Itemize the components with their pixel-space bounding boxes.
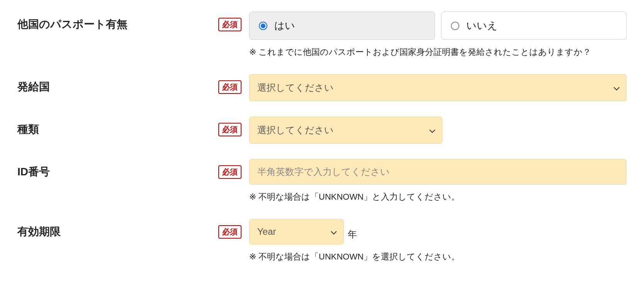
asterisk-icon: ※ bbox=[249, 192, 256, 202]
label-col: 発給国 必須 bbox=[17, 74, 249, 94]
asterisk-icon: ※ bbox=[249, 47, 256, 57]
radio-icon bbox=[451, 22, 459, 30]
help-id-number: ※不明な場合は「UNKNOWN」と入力してください。 bbox=[249, 190, 627, 204]
required-tag: 必須 bbox=[218, 18, 241, 31]
label-other-passport: 他国のパスポート有無 bbox=[17, 17, 127, 32]
input-col: ※不明な場合は「UNKNOWN」と入力してください。 bbox=[249, 159, 627, 204]
required-tag: 必須 bbox=[218, 225, 241, 239]
input-col: はい いいえ ※これまでに他国のパスポートおよび国家身分証明書を発給されたことは… bbox=[249, 12, 627, 59]
label-issuing-country: 発給国 bbox=[17, 80, 50, 94]
help-other-passport: ※これまでに他国のパスポートおよび国家身分証明書を発給されたことはありますか？ bbox=[249, 45, 627, 59]
input-col: 選択してください bbox=[249, 117, 627, 144]
radio-label-yes: はい bbox=[274, 19, 295, 32]
help-text-content: 不明な場合は「UNKNOWN」と入力してください。 bbox=[258, 192, 460, 202]
issuing-country-select-wrap: 選択してください bbox=[249, 74, 627, 101]
doc-type-select[interactable]: 選択してください bbox=[249, 117, 442, 144]
row-issuing-country: 発給国 必須 選択してください bbox=[17, 74, 627, 101]
radio-option-yes[interactable]: はい bbox=[249, 12, 435, 40]
input-col: 選択してください bbox=[249, 74, 627, 101]
label-col: 他国のパスポート有無 必須 bbox=[17, 12, 249, 32]
id-number-input[interactable] bbox=[249, 159, 627, 185]
year-unit-label: 年 bbox=[348, 228, 357, 244]
required-tag: 必須 bbox=[218, 165, 241, 179]
required-tag: 必須 bbox=[218, 80, 241, 94]
label-col: 種類 必須 bbox=[17, 117, 249, 137]
expiry-year-select-wrap: Year bbox=[249, 219, 344, 244]
issuing-country-select[interactable]: 選択してください bbox=[249, 74, 627, 101]
expiry-year-select[interactable]: Year bbox=[249, 219, 344, 244]
radio-option-no[interactable]: いいえ bbox=[441, 12, 627, 40]
required-tag: 必須 bbox=[218, 123, 241, 136]
input-col: Year 年 ※不明な場合は「UNKNOWN」を選択してください。 bbox=[249, 219, 627, 263]
row-expiry: 有効期限 必須 Year 年 ※不明な場合は「UNKNOWN」を選択してください… bbox=[17, 219, 627, 263]
row-id-number: ID番号 必須 ※不明な場合は「UNKNOWN」と入力してください。 bbox=[17, 159, 627, 204]
label-id-number: ID番号 bbox=[17, 165, 50, 179]
row-doc-type: 種類 必須 選択してください bbox=[17, 117, 627, 144]
label-doc-type: 種類 bbox=[17, 122, 39, 137]
help-text-content: これまでに他国のパスポートおよび国家身分証明書を発給されたことはありますか？ bbox=[258, 47, 591, 57]
help-expiry: ※不明な場合は「UNKNOWN」を選択してください。 bbox=[249, 250, 627, 263]
help-text-content: 不明な場合は「UNKNOWN」を選択してください。 bbox=[258, 252, 460, 261]
label-col: 有効期限 必須 bbox=[17, 219, 249, 239]
label-col: ID番号 必須 bbox=[17, 159, 249, 179]
radio-icon bbox=[259, 22, 267, 30]
asterisk-icon: ※ bbox=[249, 252, 256, 261]
expiry-inline-row: Year 年 bbox=[249, 219, 627, 244]
radio-label-no: いいえ bbox=[466, 19, 498, 32]
row-other-passport: 他国のパスポート有無 必須 はい いいえ ※これまでに他国のパスポートおよび国家… bbox=[17, 12, 627, 59]
doc-type-select-wrap: 選択してください bbox=[249, 117, 442, 144]
label-expiry: 有効期限 bbox=[17, 224, 61, 239]
other-passport-radio-group: はい いいえ bbox=[249, 12, 627, 40]
